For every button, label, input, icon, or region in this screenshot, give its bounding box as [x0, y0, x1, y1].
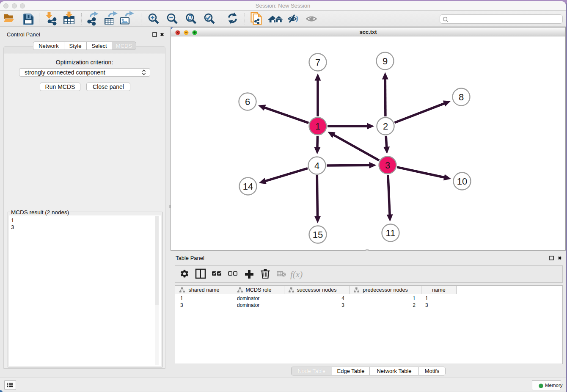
svg-text:8: 8 [459, 92, 464, 102]
svg-text:11: 11 [386, 228, 396, 238]
svg-text:f(x): f(x) [290, 269, 303, 279]
svg-text:10: 10 [457, 176, 467, 187]
svg-text:6: 6 [245, 97, 250, 107]
svg-text:7: 7 [315, 57, 320, 68]
svg-text:1: 1 [315, 121, 320, 132]
svg-text:3: 3 [385, 160, 390, 171]
svg-text:9: 9 [383, 56, 388, 66]
svg-text:2: 2 [383, 121, 388, 132]
svg-text:15: 15 [313, 229, 323, 240]
svg-text:14: 14 [243, 181, 253, 192]
svg-text:4: 4 [314, 160, 319, 171]
